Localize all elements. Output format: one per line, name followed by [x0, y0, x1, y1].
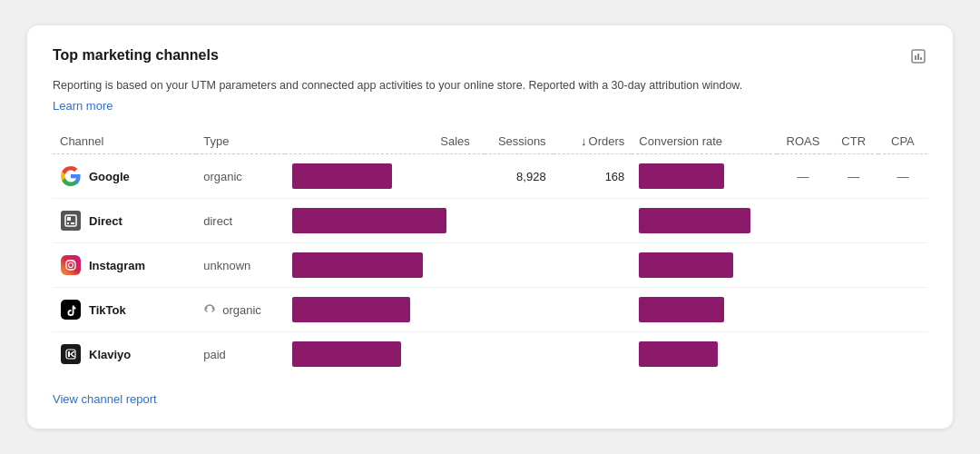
- orders-cell: 168: [554, 154, 632, 199]
- channel-label: Klaviyo: [89, 348, 131, 361]
- channel-label: Direct: [89, 214, 122, 228]
- channel-type-cell: unknown: [196, 243, 285, 288]
- sessions-cell: [485, 288, 554, 332]
- channel-type-cell: organic: [196, 288, 285, 332]
- table-row: Google organic 8,928 168 —: [53, 154, 927, 199]
- svg-rect-3: [920, 57, 922, 60]
- conversion-rate-cell: [632, 332, 777, 377]
- sort-icon: ↓: [581, 134, 587, 148]
- card-title: Top marketing channels: [53, 47, 219, 64]
- col-sessions: Sessions: [485, 129, 554, 154]
- google-icon: [60, 165, 82, 187]
- col-cpa: CPA: [878, 129, 927, 154]
- tiktok-icon: [60, 299, 82, 321]
- col-channel: Channel: [53, 129, 196, 154]
- conversion-rate-cell: [632, 154, 777, 199]
- channel-label: Instagram: [89, 259, 145, 272]
- col-roas: ROAS: [777, 129, 828, 154]
- svg-rect-7: [71, 222, 74, 224]
- conversion-rate-cell: [632, 288, 777, 332]
- roas-cell: [777, 332, 828, 377]
- ctr-cell: [829, 288, 878, 332]
- cpa-cell: [878, 199, 927, 243]
- conversion-rate-cell: [632, 199, 777, 243]
- view-channel-report-link[interactable]: View channel report: [53, 392, 157, 406]
- sales-bar-cell: [285, 332, 485, 377]
- sessions-cell: [485, 199, 554, 243]
- roas-cell: [777, 199, 828, 243]
- channel-name-cell: Google: [53, 154, 196, 199]
- orders-cell: [554, 332, 632, 377]
- table-row: Direct direct: [53, 199, 927, 243]
- channel-name-cell: Klaviyo: [53, 332, 196, 377]
- card-header: Top marketing channels: [53, 47, 927, 70]
- klaviyo-icon: [60, 343, 82, 365]
- svg-rect-5: [67, 217, 71, 221]
- cpa-cell: [878, 243, 927, 288]
- channel-type-cell: direct: [196, 199, 285, 243]
- type-label: direct: [203, 214, 232, 228]
- channel-name-cell: Instagram: [53, 243, 196, 288]
- sales-bar-cell: [285, 199, 485, 243]
- sessions-cell: [485, 332, 554, 377]
- col-sales: Sales: [285, 129, 485, 154]
- direct-icon: [60, 210, 82, 232]
- table-row: Klaviyo paid: [53, 332, 927, 377]
- type-label: organic: [222, 303, 261, 317]
- sessions-cell: 8,928: [485, 154, 554, 199]
- report-icon[interactable]: [909, 47, 927, 70]
- type-label: unknown: [203, 259, 250, 272]
- channel-name-cell: Direct: [53, 199, 196, 243]
- roas-cell: —: [777, 154, 828, 199]
- col-ctr: CTR: [829, 129, 878, 154]
- roas-cell: [777, 288, 828, 332]
- svg-rect-1: [915, 55, 916, 60]
- orders-cell: [554, 243, 632, 288]
- ctr-cell: —: [829, 154, 878, 199]
- ctr-cell: [829, 332, 878, 377]
- cpa-cell: [878, 332, 927, 377]
- channel-type-cell: organic: [196, 154, 285, 199]
- svg-rect-2: [917, 54, 919, 60]
- svg-point-9: [69, 263, 74, 268]
- type-label: organic: [203, 170, 242, 183]
- type-label: paid: [203, 348, 226, 361]
- instagram-icon: [60, 254, 82, 276]
- description-text: Reporting is based on your UTM parameter…: [53, 77, 927, 94]
- sales-bar-cell: [285, 288, 485, 332]
- col-conversion-rate: Conversion rate: [632, 129, 777, 154]
- learn-more-link[interactable]: Learn more: [53, 99, 113, 113]
- svg-rect-4: [65, 215, 76, 226]
- sales-bar-cell: [285, 154, 485, 199]
- orders-cell: [554, 199, 632, 243]
- channels-table: Channel Type Sales Sessions ↓Orders Conv…: [53, 129, 927, 376]
- conversion-rate-cell: [632, 243, 777, 288]
- table-row: TikTok organic: [53, 288, 927, 332]
- roas-cell: [777, 243, 828, 288]
- col-type: Type: [196, 129, 285, 154]
- cpa-cell: [878, 288, 927, 332]
- channel-label: TikTok: [89, 303, 126, 317]
- col-orders[interactable]: ↓Orders: [554, 129, 632, 154]
- sessions-cell: [485, 243, 554, 288]
- channel-label: Google: [89, 170, 130, 183]
- cpa-cell: —: [878, 154, 927, 199]
- orders-cell: [554, 288, 632, 332]
- ctr-cell: [829, 199, 878, 243]
- channel-type-cell: paid: [196, 332, 285, 377]
- table-row: Instagram unknown: [53, 243, 927, 288]
- sales-bar-cell: [285, 243, 485, 288]
- ctr-cell: [829, 243, 878, 288]
- top-marketing-channels-card: Top marketing channels Reporting is base…: [27, 25, 953, 429]
- svg-rect-6: [67, 222, 69, 224]
- channel-name-cell: TikTok: [53, 288, 196, 332]
- svg-point-10: [74, 262, 74, 262]
